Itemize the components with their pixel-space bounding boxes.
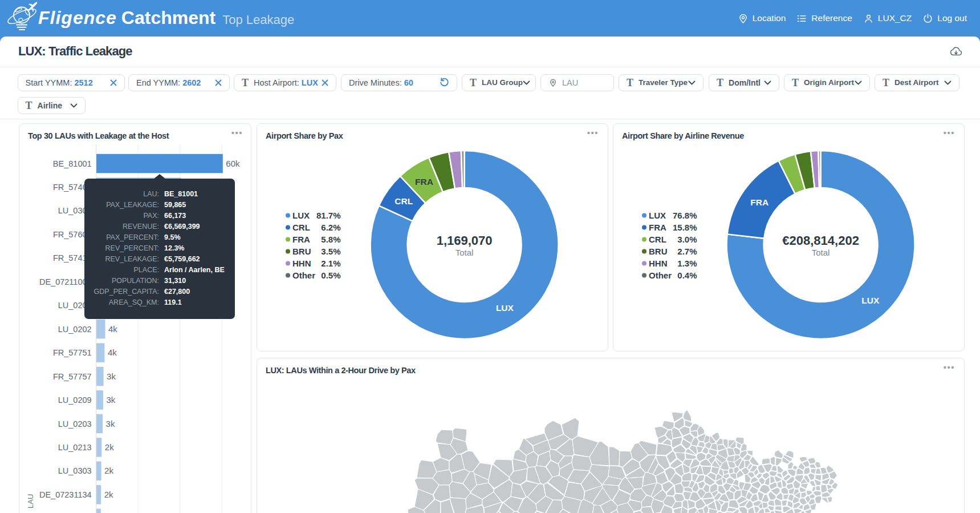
svg-text:60k: 60k xyxy=(226,159,240,168)
svg-text:4k: 4k xyxy=(108,324,117,334)
svg-text:0.4%: 0.4% xyxy=(677,270,697,280)
svg-text:5.8%: 5.8% xyxy=(321,235,340,244)
svg-text:FRA: FRA xyxy=(649,223,666,232)
svg-text:Total: Total xyxy=(456,248,474,257)
svg-text:LU_0209: LU_0209 xyxy=(58,395,92,405)
svg-text:LUX: LUX xyxy=(292,211,310,220)
svg-text:76.8%: 76.8% xyxy=(673,211,697,220)
svg-text:Other: Other xyxy=(649,270,672,280)
svg-text:DE_07231134: DE_07231134 xyxy=(39,490,92,499)
svg-text:FRA: FRA xyxy=(292,235,310,244)
svg-text:DE_07211000: DE_07211000 xyxy=(39,277,92,286)
svg-text:2k: 2k xyxy=(104,466,113,475)
svg-text:FRA: FRA xyxy=(415,177,433,187)
svg-text:BE_81001: BE_81001 xyxy=(53,159,92,168)
svg-text:LU_0303: LU_0303 xyxy=(58,466,92,475)
svg-text:2k: 2k xyxy=(105,442,114,452)
svg-text:LUX: LUX xyxy=(649,211,666,220)
svg-text:3k: 3k xyxy=(107,371,116,381)
svg-text:3k: 3k xyxy=(106,395,115,405)
svg-text:CRL: CRL xyxy=(395,196,413,206)
svg-text:BRU: BRU xyxy=(649,247,668,256)
svg-text:€208,814,202: €208,814,202 xyxy=(782,233,859,248)
svg-text:CRL: CRL xyxy=(649,235,666,244)
svg-text:3.5%: 3.5% xyxy=(321,247,340,256)
svg-text:FR_57751: FR_57751 xyxy=(53,348,92,357)
svg-text:1.3%: 1.3% xyxy=(677,258,697,268)
svg-text:15.8%: 15.8% xyxy=(673,223,697,232)
svg-text:CRL: CRL xyxy=(292,223,310,232)
svg-text:3.0%: 3.0% xyxy=(677,235,697,244)
svg-text:0.5%: 0.5% xyxy=(321,270,340,280)
svg-text:FR_57757: FR_57757 xyxy=(53,372,92,381)
svg-text:2k: 2k xyxy=(104,490,113,499)
svg-text:BRU: BRU xyxy=(292,247,311,256)
svg-text:4k: 4k xyxy=(108,348,117,357)
svg-text:FRA: FRA xyxy=(750,197,768,207)
svg-text:LUX: LUX xyxy=(861,296,880,305)
svg-text:LU_0203: LU_0203 xyxy=(58,419,92,429)
svg-text:LUX: LUX xyxy=(496,303,514,313)
svg-text:HHN: HHN xyxy=(292,258,311,268)
svg-text:1,169,070: 1,169,070 xyxy=(437,233,493,248)
svg-text:LU_0213: LU_0213 xyxy=(58,443,92,452)
svg-text:HHN: HHN xyxy=(649,258,668,268)
svg-text:2.7%: 2.7% xyxy=(677,247,697,256)
svg-text:LU_0202: LU_0202 xyxy=(58,325,92,334)
svg-text:LAU: LAU xyxy=(26,494,35,508)
svg-text:3k: 3k xyxy=(106,419,115,429)
svg-text:Other: Other xyxy=(292,270,315,280)
svg-text:6.2%: 6.2% xyxy=(321,223,340,232)
svg-text:81.7%: 81.7% xyxy=(316,211,341,220)
svg-text:2.1%: 2.1% xyxy=(321,258,340,268)
svg-text:Total: Total xyxy=(812,248,830,257)
